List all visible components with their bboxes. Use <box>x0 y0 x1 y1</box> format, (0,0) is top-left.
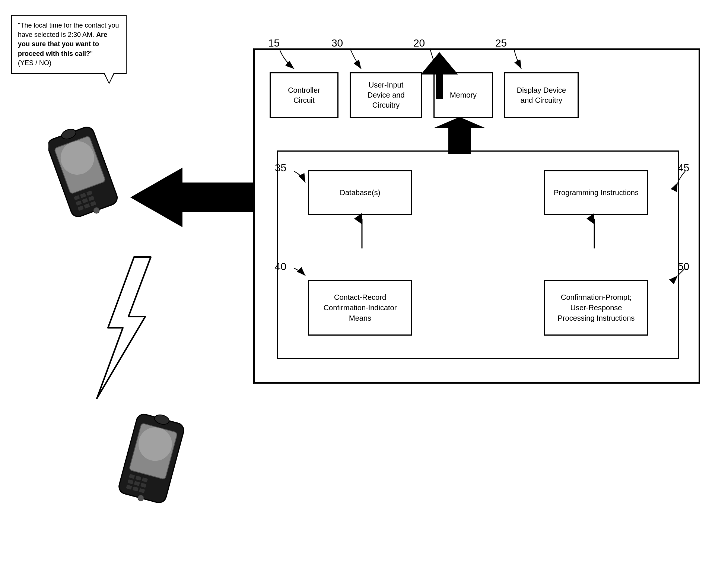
user-input-box: User-Input Device and Circuitry <box>350 72 422 118</box>
controller-circuit-label: Controller Circuit <box>279 85 329 105</box>
ref-15: 15 <box>268 37 280 49</box>
diagram-container: "The local time for the contact you have… <box>0 0 728 571</box>
svg-marker-12 <box>97 257 151 399</box>
user-input-label: User-Input Device and Circuitry <box>359 80 413 110</box>
ref-25: 25 <box>495 37 507 49</box>
arrow-confirm-to-prog <box>583 215 605 248</box>
display-device-label: Display Device and Circuitry <box>514 85 569 105</box>
databases-box: Database(s) <box>308 170 412 215</box>
top-row: Controller Circuit User-Input Device and… <box>270 72 684 118</box>
inner-box: Database(s) Programming Instructions Con… <box>277 150 679 359</box>
bottom-phone <box>112 410 186 525</box>
speech-bubble: "The local time for the contact you have… <box>11 15 127 74</box>
programming-instructions-box: Programming Instructions <box>544 170 648 215</box>
ref-30: 30 <box>331 37 343 49</box>
lightning-bolt <box>86 253 160 402</box>
contact-record-label: Contact-Record Confirmation-Indicator Me… <box>316 292 404 323</box>
confirmation-prompt-box: Confirmation-Prompt; User-Response Proce… <box>544 280 648 336</box>
display-device-box: Display Device and Circuitry <box>504 72 579 118</box>
memory-label: Memory <box>450 90 477 100</box>
programming-instructions-label: Programming Instructions <box>554 187 639 198</box>
memory-box: Memory <box>433 72 493 118</box>
main-outer-box: Controller Circuit User-Input Device and… <box>253 48 700 384</box>
confirmation-prompt-label: Confirmation-Prompt; User-Response Proce… <box>552 292 640 323</box>
svg-marker-10 <box>130 168 253 227</box>
speech-subtext: (YES / NO) <box>18 59 51 67</box>
controller-circuit-box: Controller Circuit <box>270 72 338 118</box>
big-upward-arrow <box>366 117 627 154</box>
speech-text-end: " <box>90 50 92 57</box>
databases-label: Database(s) <box>340 187 381 198</box>
top-phone <box>48 123 123 238</box>
svg-marker-5 <box>433 117 486 154</box>
arrow-contact-to-db <box>351 215 373 248</box>
ref-20: 20 <box>413 37 425 49</box>
contact-record-box: Contact-Record Confirmation-Indicator Me… <box>308 280 412 336</box>
